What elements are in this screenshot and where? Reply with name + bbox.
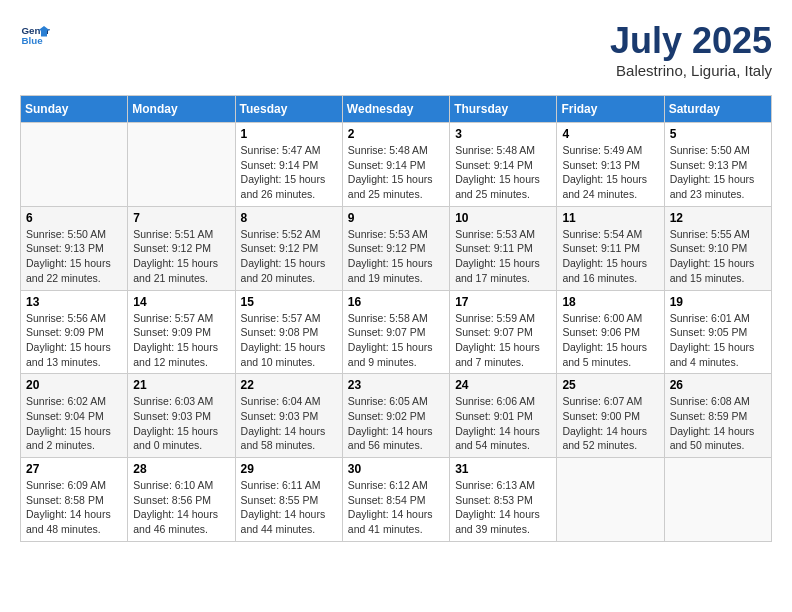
weekday-header: Thursday <box>450 96 557 123</box>
day-number: 11 <box>562 211 658 225</box>
calendar-cell: 31Sunrise: 6:13 AM Sunset: 8:53 PM Dayli… <box>450 458 557 542</box>
weekday-header-row: SundayMondayTuesdayWednesdayThursdayFrid… <box>21 96 772 123</box>
title-block: July 2025 Balestrino, Liguria, Italy <box>610 20 772 79</box>
weekday-header: Monday <box>128 96 235 123</box>
day-number: 22 <box>241 378 337 392</box>
calendar-cell: 7Sunrise: 5:51 AM Sunset: 9:12 PM Daylig… <box>128 206 235 290</box>
day-info: Sunrise: 5:50 AM Sunset: 9:13 PM Dayligh… <box>26 227 122 286</box>
day-number: 9 <box>348 211 444 225</box>
calendar-cell: 24Sunrise: 6:06 AM Sunset: 9:01 PM Dayli… <box>450 374 557 458</box>
svg-text:Blue: Blue <box>22 35 44 46</box>
weekday-header: Wednesday <box>342 96 449 123</box>
day-number: 18 <box>562 295 658 309</box>
day-number: 17 <box>455 295 551 309</box>
day-number: 31 <box>455 462 551 476</box>
day-number: 8 <box>241 211 337 225</box>
day-number: 24 <box>455 378 551 392</box>
day-number: 26 <box>670 378 766 392</box>
calendar-week-row: 13Sunrise: 5:56 AM Sunset: 9:09 PM Dayli… <box>21 290 772 374</box>
day-number: 21 <box>133 378 229 392</box>
calendar-cell: 19Sunrise: 6:01 AM Sunset: 9:05 PM Dayli… <box>664 290 771 374</box>
calendar-cell: 13Sunrise: 5:56 AM Sunset: 9:09 PM Dayli… <box>21 290 128 374</box>
calendar-week-row: 27Sunrise: 6:09 AM Sunset: 8:58 PM Dayli… <box>21 458 772 542</box>
day-info: Sunrise: 5:57 AM Sunset: 9:08 PM Dayligh… <box>241 311 337 370</box>
calendar-cell: 12Sunrise: 5:55 AM Sunset: 9:10 PM Dayli… <box>664 206 771 290</box>
day-number: 19 <box>670 295 766 309</box>
day-info: Sunrise: 6:10 AM Sunset: 8:56 PM Dayligh… <box>133 478 229 537</box>
calendar-cell: 2Sunrise: 5:48 AM Sunset: 9:14 PM Daylig… <box>342 123 449 207</box>
calendar-cell: 4Sunrise: 5:49 AM Sunset: 9:13 PM Daylig… <box>557 123 664 207</box>
day-number: 27 <box>26 462 122 476</box>
day-info: Sunrise: 5:54 AM Sunset: 9:11 PM Dayligh… <box>562 227 658 286</box>
calendar-cell: 20Sunrise: 6:02 AM Sunset: 9:04 PM Dayli… <box>21 374 128 458</box>
day-info: Sunrise: 5:55 AM Sunset: 9:10 PM Dayligh… <box>670 227 766 286</box>
calendar-table: SundayMondayTuesdayWednesdayThursdayFrid… <box>20 95 772 542</box>
calendar-cell: 3Sunrise: 5:48 AM Sunset: 9:14 PM Daylig… <box>450 123 557 207</box>
day-number: 13 <box>26 295 122 309</box>
calendar-cell <box>128 123 235 207</box>
day-number: 1 <box>241 127 337 141</box>
calendar-cell: 22Sunrise: 6:04 AM Sunset: 9:03 PM Dayli… <box>235 374 342 458</box>
day-info: Sunrise: 5:51 AM Sunset: 9:12 PM Dayligh… <box>133 227 229 286</box>
day-info: Sunrise: 5:49 AM Sunset: 9:13 PM Dayligh… <box>562 143 658 202</box>
calendar-cell: 29Sunrise: 6:11 AM Sunset: 8:55 PM Dayli… <box>235 458 342 542</box>
calendar-week-row: 6Sunrise: 5:50 AM Sunset: 9:13 PM Daylig… <box>21 206 772 290</box>
day-info: Sunrise: 6:12 AM Sunset: 8:54 PM Dayligh… <box>348 478 444 537</box>
day-info: Sunrise: 6:06 AM Sunset: 9:01 PM Dayligh… <box>455 394 551 453</box>
weekday-header: Saturday <box>664 96 771 123</box>
day-info: Sunrise: 5:53 AM Sunset: 9:12 PM Dayligh… <box>348 227 444 286</box>
calendar-cell <box>21 123 128 207</box>
day-number: 20 <box>26 378 122 392</box>
calendar-cell: 9Sunrise: 5:53 AM Sunset: 9:12 PM Daylig… <box>342 206 449 290</box>
day-info: Sunrise: 6:00 AM Sunset: 9:06 PM Dayligh… <box>562 311 658 370</box>
day-number: 23 <box>348 378 444 392</box>
calendar-cell: 14Sunrise: 5:57 AM Sunset: 9:09 PM Dayli… <box>128 290 235 374</box>
calendar-cell: 17Sunrise: 5:59 AM Sunset: 9:07 PM Dayli… <box>450 290 557 374</box>
day-info: Sunrise: 6:09 AM Sunset: 8:58 PM Dayligh… <box>26 478 122 537</box>
day-info: Sunrise: 6:05 AM Sunset: 9:02 PM Dayligh… <box>348 394 444 453</box>
logo-icon: General Blue <box>20 20 50 50</box>
day-info: Sunrise: 6:13 AM Sunset: 8:53 PM Dayligh… <box>455 478 551 537</box>
weekday-header: Friday <box>557 96 664 123</box>
day-info: Sunrise: 5:56 AM Sunset: 9:09 PM Dayligh… <box>26 311 122 370</box>
day-number: 4 <box>562 127 658 141</box>
day-info: Sunrise: 5:47 AM Sunset: 9:14 PM Dayligh… <box>241 143 337 202</box>
calendar-cell: 26Sunrise: 6:08 AM Sunset: 8:59 PM Dayli… <box>664 374 771 458</box>
day-info: Sunrise: 5:50 AM Sunset: 9:13 PM Dayligh… <box>670 143 766 202</box>
day-number: 15 <box>241 295 337 309</box>
day-info: Sunrise: 6:04 AM Sunset: 9:03 PM Dayligh… <box>241 394 337 453</box>
calendar-cell: 8Sunrise: 5:52 AM Sunset: 9:12 PM Daylig… <box>235 206 342 290</box>
day-info: Sunrise: 6:07 AM Sunset: 9:00 PM Dayligh… <box>562 394 658 453</box>
day-number: 28 <box>133 462 229 476</box>
day-info: Sunrise: 5:53 AM Sunset: 9:11 PM Dayligh… <box>455 227 551 286</box>
weekday-header: Sunday <box>21 96 128 123</box>
day-info: Sunrise: 5:57 AM Sunset: 9:09 PM Dayligh… <box>133 311 229 370</box>
calendar-cell: 27Sunrise: 6:09 AM Sunset: 8:58 PM Dayli… <box>21 458 128 542</box>
day-info: Sunrise: 5:52 AM Sunset: 9:12 PM Dayligh… <box>241 227 337 286</box>
day-number: 7 <box>133 211 229 225</box>
day-number: 3 <box>455 127 551 141</box>
day-number: 10 <box>455 211 551 225</box>
day-info: Sunrise: 5:58 AM Sunset: 9:07 PM Dayligh… <box>348 311 444 370</box>
calendar-cell <box>557 458 664 542</box>
month-title: July 2025 <box>610 20 772 62</box>
day-info: Sunrise: 6:02 AM Sunset: 9:04 PM Dayligh… <box>26 394 122 453</box>
calendar-cell: 25Sunrise: 6:07 AM Sunset: 9:00 PM Dayli… <box>557 374 664 458</box>
day-number: 30 <box>348 462 444 476</box>
day-info: Sunrise: 5:48 AM Sunset: 9:14 PM Dayligh… <box>348 143 444 202</box>
page-header: General Blue July 2025 Balestrino, Ligur… <box>20 20 772 79</box>
calendar-cell: 21Sunrise: 6:03 AM Sunset: 9:03 PM Dayli… <box>128 374 235 458</box>
day-info: Sunrise: 6:01 AM Sunset: 9:05 PM Dayligh… <box>670 311 766 370</box>
day-info: Sunrise: 6:03 AM Sunset: 9:03 PM Dayligh… <box>133 394 229 453</box>
day-number: 14 <box>133 295 229 309</box>
day-info: Sunrise: 6:08 AM Sunset: 8:59 PM Dayligh… <box>670 394 766 453</box>
calendar-cell: 6Sunrise: 5:50 AM Sunset: 9:13 PM Daylig… <box>21 206 128 290</box>
day-number: 6 <box>26 211 122 225</box>
day-info: Sunrise: 5:59 AM Sunset: 9:07 PM Dayligh… <box>455 311 551 370</box>
calendar-week-row: 1Sunrise: 5:47 AM Sunset: 9:14 PM Daylig… <box>21 123 772 207</box>
calendar-cell: 16Sunrise: 5:58 AM Sunset: 9:07 PM Dayli… <box>342 290 449 374</box>
calendar-cell: 18Sunrise: 6:00 AM Sunset: 9:06 PM Dayli… <box>557 290 664 374</box>
weekday-header: Tuesday <box>235 96 342 123</box>
day-number: 12 <box>670 211 766 225</box>
logo: General Blue <box>20 20 50 50</box>
